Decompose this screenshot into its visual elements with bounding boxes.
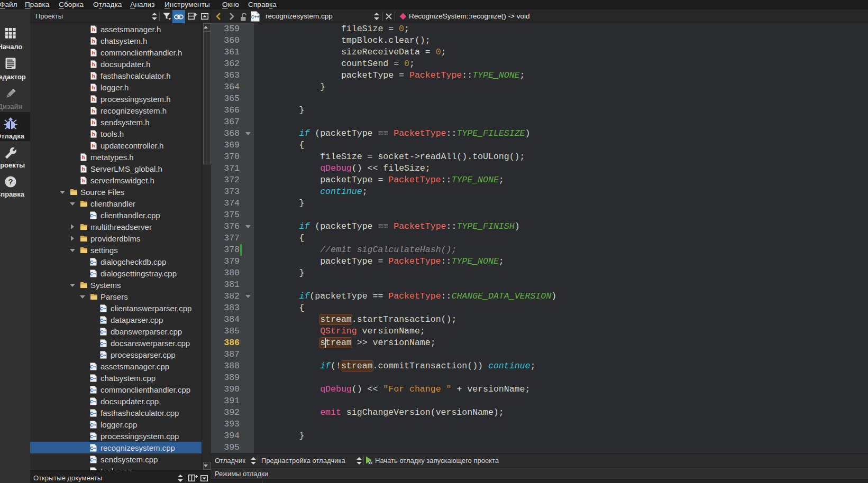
svg-text:C++: C++ [251, 14, 259, 20]
